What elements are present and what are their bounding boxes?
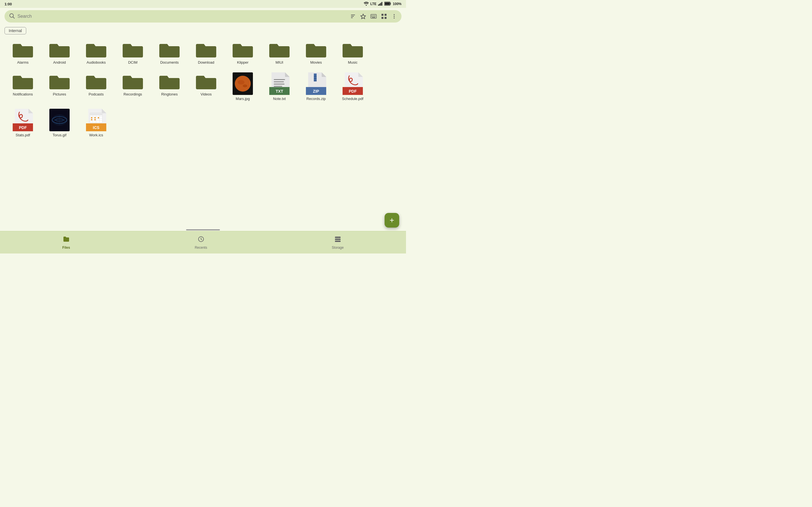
internal-chip[interactable]: Internal <box>4 27 26 34</box>
folder-download-label: Download <box>198 60 214 64</box>
svg-rect-38 <box>274 86 282 87</box>
file-stats-pdf[interactable]: PDF Stats.pdf <box>4 106 41 139</box>
svg-rect-2 <box>379 4 380 6</box>
torus-thumbnail <box>49 109 70 131</box>
search-toolbar-icons <box>350 13 397 19</box>
txt-icon: TXT <box>269 72 290 95</box>
more-icon[interactable] <box>391 13 397 19</box>
folder-recordings[interactable]: Recordings <box>114 69 151 103</box>
svg-rect-45 <box>314 78 317 79</box>
nav-storage-label: Storage <box>332 245 344 249</box>
folder-movies-label: Movies <box>310 60 322 64</box>
folder-alarms-label: Alarms <box>17 60 29 64</box>
folder-pictures[interactable]: Pictures <box>41 69 78 103</box>
folder-audiobooks[interactable]: Audiobooks <box>78 38 114 67</box>
folder-movies[interactable]: Movies <box>298 38 335 67</box>
folder-download[interactable]: Download <box>188 38 224 67</box>
folder-podcasts[interactable]: Podcasts <box>78 69 114 103</box>
folder-miui[interactable]: MIUI <box>261 38 298 67</box>
status-bar: 1:00 LTE <box>0 0 406 8</box>
folder-dcim[interactable]: DCIM <box>114 38 151 67</box>
file-schedule-pdf[interactable]: PDF Schedule.pdf <box>335 69 371 103</box>
folder-alarms[interactable]: Alarms <box>4 38 41 67</box>
folder-icon <box>48 41 71 59</box>
folder-music[interactable]: Music <box>335 38 371 67</box>
sort-icon[interactable] <box>350 13 356 19</box>
folder-klipper[interactable]: Klipper <box>224 38 261 67</box>
main-content: Alarms Android Audiobooks DCIM <box>0 36 406 229</box>
pdf-icon-schedule: PDF <box>343 72 363 95</box>
file-records-zip[interactable]: ZIP Records.zip <box>298 69 335 103</box>
folder-android-label: Android <box>53 60 66 64</box>
file-stats-label: Stats.pdf <box>15 133 30 137</box>
svg-rect-1 <box>378 4 379 6</box>
folder-videos[interactable]: Videos <box>188 69 224 103</box>
folder-android[interactable]: Android <box>41 38 78 67</box>
folder-documents[interactable]: Documents <box>151 38 188 67</box>
nav-recents[interactable]: Recents <box>188 233 214 252</box>
folder-recordings-label: Recordings <box>123 92 142 96</box>
svg-text:ICS: ICS <box>93 125 99 130</box>
search-bar[interactable] <box>4 10 402 22</box>
folder-icon <box>232 41 254 59</box>
battery-icon <box>384 2 391 6</box>
svg-text:PDF: PDF <box>349 89 357 94</box>
file-work-ics[interactable]: ICS Work.ics <box>78 106 114 139</box>
fab-add-button[interactable]: + <box>385 213 399 228</box>
svg-rect-4 <box>382 2 382 6</box>
svg-rect-25 <box>382 17 384 19</box>
svg-rect-6 <box>385 2 390 5</box>
svg-rect-46 <box>314 79 317 80</box>
svg-text:PDF: PDF <box>19 125 27 130</box>
folder-dcim-label: DCIM <box>128 60 137 64</box>
svg-rect-35 <box>274 79 285 80</box>
file-mars-label: Mars.jpg <box>236 97 250 101</box>
svg-rect-26 <box>385 17 387 19</box>
folder-icon <box>121 41 144 59</box>
folder-icon <box>195 72 217 91</box>
keyboard-icon[interactable] <box>370 14 377 18</box>
file-torus-gif[interactable]: Torus.gif <box>41 106 78 139</box>
bottom-nav: Files Recents Storage <box>0 231 406 253</box>
folder-icon <box>48 72 71 91</box>
nav-storage[interactable]: Storage <box>325 233 350 252</box>
folder-icon <box>342 41 364 59</box>
folder-notifications-label: Notifications <box>13 92 33 96</box>
svg-point-33 <box>243 84 247 87</box>
grid-icon[interactable] <box>381 13 387 19</box>
nav-files-label: Files <box>62 245 70 249</box>
breadcrumb: Internal <box>0 25 406 36</box>
mars-thumbnail <box>233 72 253 95</box>
nav-files[interactable]: Files <box>56 233 77 252</box>
file-grid: Alarms Android Audiobooks DCIM <box>4 38 402 139</box>
svg-point-32 <box>238 80 245 84</box>
folder-icon <box>158 41 181 59</box>
svg-rect-37 <box>274 83 285 84</box>
file-note-txt[interactable]: TXT Note.txt <box>261 69 298 103</box>
pdf-icon-stats: PDF <box>13 109 33 131</box>
status-icons: LTE 100% <box>364 2 402 6</box>
svg-rect-63 <box>90 113 102 115</box>
folder-icon <box>11 72 34 91</box>
folder-klipper-label: Klipper <box>237 60 248 64</box>
svg-point-28 <box>394 16 395 17</box>
star-icon[interactable] <box>360 13 366 19</box>
svg-point-72 <box>98 117 99 119</box>
signal-icon <box>378 2 383 6</box>
folder-notifications[interactable]: Notifications <box>4 69 41 103</box>
file-schedule-label: Schedule.pdf <box>342 97 363 101</box>
folder-music-label: Music <box>348 60 357 64</box>
search-input[interactable] <box>17 14 347 19</box>
folder-pictures-label: Pictures <box>53 92 66 96</box>
svg-rect-44 <box>314 77 317 78</box>
folder-icon <box>121 72 144 91</box>
folder-icon <box>268 41 291 59</box>
svg-rect-3 <box>380 3 381 6</box>
folder-audiobooks-label: Audiobooks <box>87 60 106 64</box>
file-mars-jpg[interactable]: Mars.jpg <box>224 69 261 103</box>
svg-point-29 <box>394 17 395 18</box>
svg-rect-78 <box>335 237 341 238</box>
lte-icon: LTE <box>370 2 377 6</box>
folder-ringtones[interactable]: Ringtones <box>151 69 188 103</box>
svg-rect-42 <box>315 75 315 76</box>
